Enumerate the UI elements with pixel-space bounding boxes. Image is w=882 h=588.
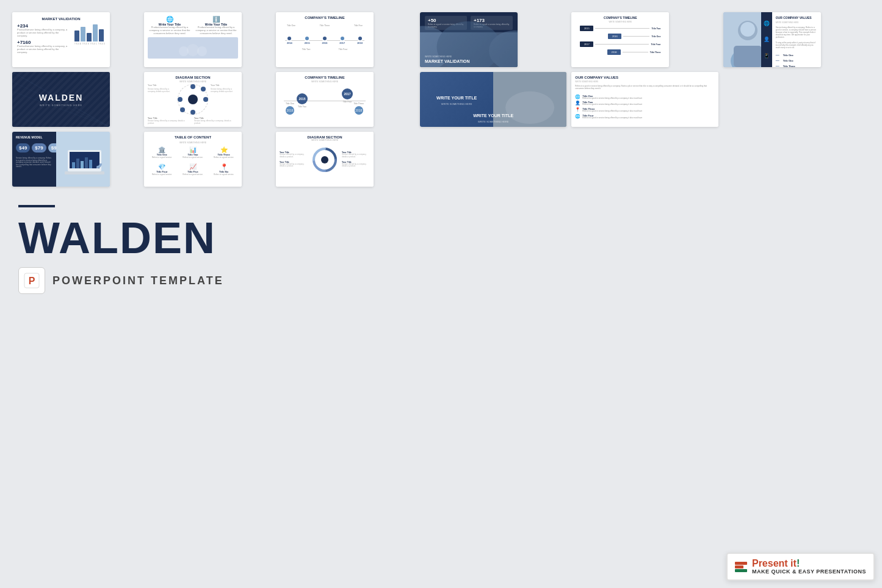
brand-subtitle-row: P POWERPOINT TEMPLATE [18,267,403,294]
presentit-text: Present it! MAKE QUICK & EASY PRESENTATI… [752,559,866,575]
values-label-1: Title One [783,54,793,57]
slide-thumb-2[interactable]: 🌐 Write Your Title Product/service being… [144,12,242,67]
slide-thumb-12[interactable]: 🌐 👤 📱 OUR COMPANY VALUES WRITE SOMETHING… [723,12,821,67]
slide-thumb-14[interactable]: OUR COMPANY VALUES WRITE SOMETHING HERE … [571,72,718,127]
slide-thumb-10[interactable]: +50 Refers to a good or service being of… [420,12,518,67]
svg-rect-13 [89,160,92,168]
page-wrapper: MARKET VALIDATION +234 Product/service b… [0,0,882,588]
ppt-icon: P [18,267,45,294]
svg-rect-9 [72,162,75,168]
svg-rect-28 [734,46,762,67]
left-panel: MARKET VALIDATION +234 Product/service b… [0,0,415,588]
svg-rect-10 [76,159,79,168]
presentit-tagline: MAKE QUICK & EASY PRESENTATIONS [752,568,866,575]
slide-thumb-5[interactable]: DIAGRAM SECTION WRITE SOMETHING HERE You… [144,72,242,127]
slide14-title: OUR COMPANY VALUES [575,76,714,79]
brand-subtitle: POWERPOINT TEMPLATE [52,274,224,287]
slide8-toc-grid: 🏛️ Title One Refers to a good service. 📊… [148,146,238,176]
slide7-price2: $79 [32,143,46,152]
slide5-title: DIAGRAM SECTION [148,76,238,79]
values-label-2: Title One [783,59,793,62]
svg-point-27 [740,22,755,37]
slide12-image: 🌐 👤 📱 [723,12,772,67]
slide-thumb-8[interactable]: TABLE OF CONTENT WRITE SOMETHING HERE 🏛️… [144,132,242,187]
svg-rect-11 [81,161,84,168]
slide10-title: MARKET VALIDATION [425,59,470,63]
slide2-image [148,37,238,59]
slide7-price1: $49 [16,143,30,152]
slide-thumb-13[interactable]: WRITE YOUR TITLE WRITE SOMETHING HERE WR… [420,72,566,127]
svg-point-17 [321,156,328,163]
presentit-icon [735,562,747,572]
svg-text:P: P [29,276,35,286]
svg-point-1 [187,44,199,56]
presentit-name: Present it! [752,559,866,568]
slide4-title: WALDEN [39,93,84,102]
slide6-title: COMPANY'S TIMELINE [280,76,370,79]
slide13-right-title: WRITE YOUR TITLE [420,111,566,120]
slide1-chart [74,23,105,41]
slide3-timeline: 2014 2015 2016 2017 2018 [281,35,369,45]
slide-thumb-3[interactable]: COMPANY'S TIMELINE Title OneTitle ThreeT… [276,12,374,67]
slide7-title: REVENUE MODEL [16,135,52,139]
slide-thumb-4[interactable]: WALDEN WRITE SOMETHING HERE [12,72,110,127]
slide-thumb-9[interactable]: DIAGRAM SECTION WRITE SOMETHING HERE You… [276,132,374,187]
svg-point-2 [197,46,207,56]
right-bottom-spacer [723,72,870,576]
slide12-title: OUR COMPANY VALUES [776,16,817,20]
brand-area: WALDEN P POWERPOINT TEMPLATE [12,199,403,294]
right-bottom-row: WRITE YOUR TITLE WRITE SOMETHING HERE WR… [420,72,870,576]
brand-divider [18,205,55,207]
svg-rect-15 [65,171,104,174]
slide-thumb-1[interactable]: MARKET VALIDATION +234 Product/service b… [12,12,110,67]
slide11-title: COMPANY'S TIMELINE [575,16,665,20]
right-panel: +50 Refers to a good or service being of… [415,0,882,588]
slide-thumb-6[interactable]: COMPANY'S TIMELINE WRITE SOMETHING HERE … [276,72,374,127]
slides-grid: MARKET VALIDATION +234 Product/service b… [12,12,403,187]
svg-rect-12 [85,157,88,168]
slide8-title: TABLE OF CONTENT [148,135,238,139]
slide-thumb-7[interactable]: REVENUE MODEL $49 $79 $99 Service being … [12,132,110,187]
slide1-title: MARKET VALIDATION [17,17,105,21]
slide3-title: COMPANY'S TIMELINE [280,16,370,20]
brand-title: WALDEN [18,216,403,260]
presentit-banner[interactable]: Present it! MAKE QUICK & EASY PRESENTATI… [726,553,875,581]
slide-thumb-11[interactable]: COMPANY'S TIMELINE WRITE SOMETHING HERE … [571,12,669,67]
slide13-left-title: WRITE YOUR TITLE [434,93,479,102]
presentit-logo [735,562,747,572]
slide7-image [56,132,110,187]
values-label-3: Title Three [783,65,795,67]
slide4-subtitle: WRITE SOMETHING HERE [40,104,82,107]
right-grid-top: +50 Refers to a good or service being of… [420,12,870,67]
